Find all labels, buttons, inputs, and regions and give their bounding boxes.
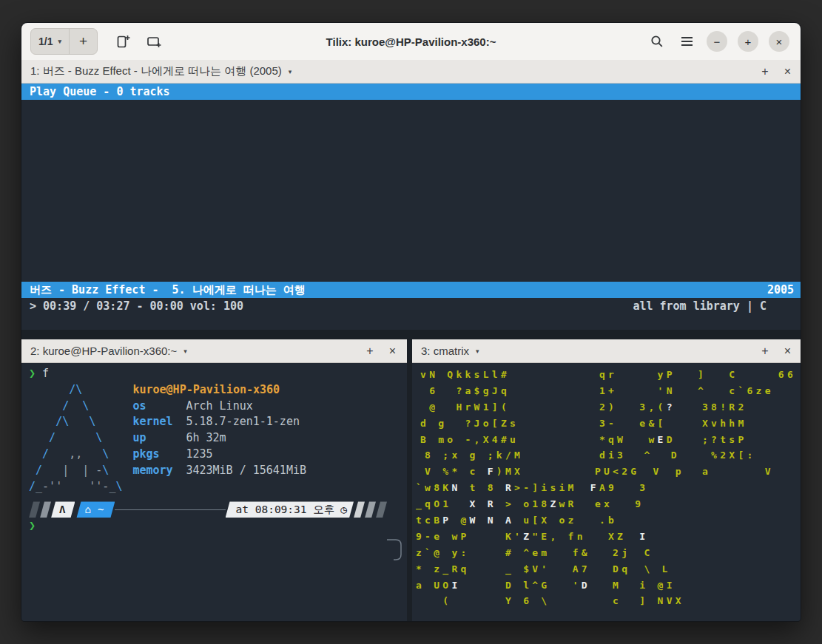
cmus-status-line: > 00:39 / 03:27 - 00:00 vol: 100 all fro… <box>21 298 801 314</box>
pane3-header: 3: cmatrix ▾ + × <box>412 339 801 363</box>
prompt-time: at 08:09:31 오후 <box>236 501 335 518</box>
shell-prompt-line: ❯ <box>29 518 407 535</box>
shell-terminal[interactable]: ❯ f /\ / \ /\ \ / \ / ,, \ / | | -\/_-''… <box>21 363 407 622</box>
fetch-ascii-art: /\ / \ /\ \ / \ / ,, \ / | | -\/_-'' ''-… <box>29 382 122 495</box>
split-right-button[interactable] <box>114 33 132 50</box>
window-title: Tilix: kuroe@HP-Pavilion-x360:~ <box>326 35 496 48</box>
clock-icon: ◷ <box>340 501 347 518</box>
tilix-window: 1/1 ▾ + <box>21 22 801 622</box>
pane-cmus: 1: 버즈 - Buzz Effect - 나에게로 떠나는 여행 (2005)… <box>21 60 801 330</box>
pane-cmatrix: 3: cmatrix ▾ + × v N Q k k s L l # q r y… <box>412 339 801 622</box>
new-session-button[interactable]: + <box>70 29 97 54</box>
cmus-year: 2005 <box>767 282 794 298</box>
hamburger-icon <box>681 37 693 46</box>
cmus-bottom-pad <box>21 314 801 330</box>
split-down-button[interactable] <box>145 33 163 50</box>
maximize-button[interactable]: + <box>738 31 758 52</box>
cmus-mode-status: all from library | C <box>633 298 767 314</box>
prompt-frame-corner <box>387 532 405 566</box>
cmus-terminal[interactable]: Play Queue - 0 tracks 버즈 - Buzz Effect -… <box>21 84 801 330</box>
fetch-output: /\ / \ /\ \ / \ / ,, \ / | | -\/_-'' ''-… <box>29 382 407 495</box>
cmus-time-status: > 00:39 / 03:27 - 00:00 vol: 100 <box>30 298 243 314</box>
titlebar-tools <box>114 33 163 50</box>
chevron-down-icon: ▾ <box>476 348 479 355</box>
search-button[interactable] <box>647 32 667 51</box>
powerline-connector <box>115 509 225 510</box>
powerline-fade-block <box>40 501 51 518</box>
menu-button[interactable] <box>677 32 696 51</box>
current-path: ~ <box>98 501 104 518</box>
pane1-title-dropdown[interactable]: 1: 버즈 - Buzz Effect - 나에게로 떠나는 여행 (2005) <box>30 64 282 78</box>
pane3-close-button[interactable]: × <box>784 345 791 357</box>
matrix-output: v N Q k k s L l # q r y P ] C 6 6 6 ? a … <box>416 367 801 609</box>
pane2-close-button[interactable]: × <box>389 345 396 357</box>
session-counter: 1/1 <box>38 35 53 47</box>
pane2-title-dropdown[interactable]: 2: kuroe@HP-Pavilion-x360:~ <box>30 345 177 357</box>
titlebar: 1/1 ▾ + <box>21 23 801 61</box>
split-down-icon <box>146 33 162 50</box>
home-icon: ⌂ <box>84 501 90 518</box>
arch-logo-icon: Λ <box>59 504 65 515</box>
powerline-fade-block <box>365 501 376 518</box>
powerline-fade-block <box>29 501 40 518</box>
chevron-down-icon: ▾ <box>289 68 292 75</box>
pane1-add-button[interactable]: + <box>761 66 768 78</box>
powerline-dir-segment: ⌂ ~ <box>76 501 115 518</box>
cmus-track-bar: 버즈 - Buzz Effect - 5. 나에게로 떠나는 여행 2005 <box>21 282 801 298</box>
powerline-fade-block <box>376 501 387 518</box>
powerline-os-segment: Λ <box>51 501 75 518</box>
pane1-header: 1: 버즈 - Buzz Effect - 나에게로 떠나는 여행 (2005)… <box>21 60 801 84</box>
close-button[interactable]: × <box>769 31 789 52</box>
cmus-now-playing: 버즈 - Buzz Effect - 5. 나에게로 떠나는 여행 <box>30 282 306 298</box>
command-line: ❯ f <box>29 366 407 382</box>
chevron-down-icon: ▾ <box>183 348 187 355</box>
pane1-close-button[interactable]: × <box>784 66 791 78</box>
cmus-queue-header: Play Queue - 0 tracks <box>21 84 801 100</box>
cmatrix-terminal[interactable]: v N Q k k s L l # q r y P ] C 6 6 6 ? a … <box>412 363 801 622</box>
split-right-icon <box>115 33 131 50</box>
session-pill: 1/1 ▾ + <box>30 28 98 55</box>
pane2-add-button[interactable]: + <box>366 345 373 357</box>
prompt-chevron: ❯ <box>29 519 36 532</box>
titlebar-right: − + × <box>647 31 789 52</box>
search-icon <box>650 34 664 49</box>
session-switcher-button[interactable]: 1/1 ▾ <box>31 29 69 54</box>
powerline-fade-block <box>354 501 365 518</box>
powerline-prompt: Λ ⌂ ~ at 08:09:31 오후 ◷ <box>29 501 407 518</box>
pane2-header: 2: kuroe@HP-Pavilion-x360:~ ▾ + × <box>21 339 407 363</box>
prompt-chevron: ❯ <box>29 367 36 380</box>
cmus-empty-area <box>21 100 801 282</box>
typed-command: f <box>42 367 49 380</box>
fetch-info: kuroe@HP-Pavilion-x360osArch Linuxkernel… <box>132 382 306 495</box>
pane-shell: 2: kuroe@HP-Pavilion-x360:~ ▾ + × ❯ f /\… <box>21 339 407 622</box>
pane3-title-dropdown[interactable]: 3: cmatrix <box>421 345 469 357</box>
minimize-button[interactable]: − <box>707 31 727 52</box>
powerline-time-segment: at 08:09:31 오후 ◷ <box>226 501 354 518</box>
chevron-down-icon: ▾ <box>58 38 61 45</box>
pane3-add-button[interactable]: + <box>761 345 768 357</box>
cmus-queue-label: Play Queue - 0 tracks <box>30 84 170 100</box>
